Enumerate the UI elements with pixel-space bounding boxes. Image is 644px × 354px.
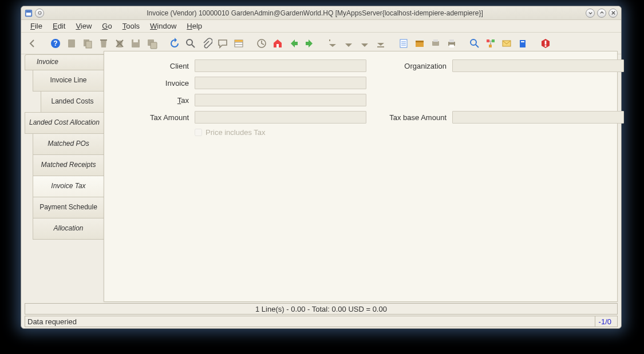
svg-rect-11 bbox=[100, 39, 107, 41]
copy-button[interactable] bbox=[81, 37, 94, 50]
svg-rect-50 bbox=[545, 41, 547, 45]
menu-file[interactable]: File bbox=[26, 21, 47, 31]
save-button[interactable] bbox=[129, 37, 143, 50]
svg-rect-41 bbox=[487, 39, 489, 42]
status-message: Data requeried bbox=[27, 317, 595, 326]
next-button[interactable] bbox=[358, 37, 372, 50]
svg-rect-26 bbox=[329, 39, 330, 41]
svg-line-19 bbox=[192, 45, 195, 47]
svg-rect-17 bbox=[151, 42, 157, 49]
tab-matched-pos[interactable]: Matched POs bbox=[33, 133, 104, 155]
field-organization[interactable] bbox=[452, 59, 624, 72]
svg-rect-27 bbox=[377, 46, 384, 47]
back-button[interactable] bbox=[287, 37, 301, 50]
status-record-count[interactable]: -1/0 bbox=[595, 316, 615, 327]
status-bar: Data requeried -1/0 bbox=[25, 316, 618, 327]
svg-rect-42 bbox=[492, 39, 495, 42]
tab-landed-costs[interactable]: Landed Costs bbox=[41, 91, 104, 113]
help-button[interactable]: ? bbox=[49, 37, 62, 50]
field-tax-amount[interactable] bbox=[195, 111, 366, 124]
tab-column: Invoice Invoice Line Landed Costs Landed… bbox=[25, 54, 104, 302]
svg-point-39 bbox=[471, 39, 476, 45]
svg-rect-15 bbox=[133, 39, 138, 42]
new-button[interactable] bbox=[65, 37, 78, 50]
svg-rect-38 bbox=[449, 45, 454, 47]
label-invoice: Invoice bbox=[114, 79, 189, 87]
menu-window[interactable]: Window bbox=[145, 21, 181, 31]
history-button[interactable] bbox=[255, 37, 268, 50]
row-price-includes-tax: Price includes Tax bbox=[195, 128, 624, 137]
menu-edit[interactable]: Edit bbox=[48, 21, 70, 31]
request-button[interactable] bbox=[500, 37, 513, 50]
last-button[interactable] bbox=[374, 37, 388, 50]
exit-button[interactable] bbox=[539, 37, 552, 50]
app-window: Invoice (Vendor) 10000010 GardenAdmin@Ga… bbox=[21, 6, 622, 329]
workflow-button[interactable] bbox=[484, 37, 497, 50]
attachment-button[interactable] bbox=[200, 37, 214, 50]
field-client[interactable] bbox=[195, 59, 366, 72]
menu-view[interactable]: View bbox=[71, 21, 96, 31]
svg-rect-33 bbox=[416, 41, 424, 42]
delete-button[interactable] bbox=[97, 37, 110, 50]
home-button[interactable] bbox=[271, 37, 285, 50]
archive-button[interactable] bbox=[413, 37, 426, 50]
svg-rect-2 bbox=[26, 10, 31, 13]
summary-bar: 1 Line(s) - 0.00 - Total: 0.00 USD = 0.0… bbox=[25, 303, 618, 315]
svg-rect-48 bbox=[521, 41, 524, 42]
label-price-includes-tax: Price includes Tax bbox=[206, 128, 266, 137]
label-organization: Organization bbox=[372, 62, 447, 70]
find-button[interactable] bbox=[184, 37, 197, 50]
save-new-button[interactable] bbox=[145, 37, 159, 50]
app-menu-icon[interactable] bbox=[25, 9, 33, 17]
tab-invoice-tax[interactable]: Invoice Tax bbox=[33, 176, 104, 197]
gridtoggle-button[interactable] bbox=[232, 37, 246, 50]
prev-button[interactable] bbox=[342, 37, 355, 50]
svg-text:?: ? bbox=[53, 39, 57, 47]
menu-tools[interactable]: Tools bbox=[118, 21, 144, 31]
tab-allocation[interactable]: Allocation bbox=[33, 218, 104, 240]
tab-payment-schedule[interactable]: Payment Schedule bbox=[33, 197, 104, 218]
tab-landed-cost-allocation[interactable]: Landed Cost Allocation bbox=[25, 112, 104, 134]
form-panel: Client Organization Invoice Tax Tax Amou… bbox=[104, 51, 618, 302]
svg-point-3 bbox=[38, 11, 41, 14]
refresh-button[interactable] bbox=[168, 37, 181, 50]
window-title: Invoice (Vendor) 10000010 GardenAdmin@Ga… bbox=[44, 9, 586, 17]
menu-help[interactable]: Help bbox=[182, 21, 207, 31]
titlebar: Invoice (Vendor) 10000010 GardenAdmin@Ga… bbox=[21, 6, 621, 20]
field-invoice[interactable] bbox=[195, 77, 366, 89]
field-tax-base-amount[interactable] bbox=[452, 111, 624, 124]
maximize-button[interactable] bbox=[597, 9, 606, 18]
menubar: File Edit View Go Tools Window Help bbox=[21, 20, 621, 33]
forward-button[interactable] bbox=[303, 37, 317, 50]
field-tax[interactable] bbox=[195, 94, 366, 106]
first-button[interactable] bbox=[326, 37, 339, 50]
print-preview-button[interactable] bbox=[429, 37, 442, 50]
minimize-button[interactable] bbox=[586, 9, 595, 18]
menu-go[interactable]: Go bbox=[97, 21, 116, 31]
window-pin-icon[interactable] bbox=[35, 9, 44, 18]
svg-rect-47 bbox=[520, 40, 526, 47]
label-tax-base-amount: Tax base Amount bbox=[372, 113, 447, 122]
print-button[interactable] bbox=[445, 37, 459, 50]
svg-rect-23 bbox=[235, 40, 243, 42]
label-tax-amount: Tax Amount bbox=[114, 113, 189, 122]
summary-text: 1 Line(s) - 0.00 - Total: 0.00 USD = 0.0… bbox=[255, 305, 387, 313]
close-button[interactable] bbox=[609, 9, 618, 18]
report-button[interactable] bbox=[397, 37, 410, 50]
label-tax: Tax bbox=[114, 96, 189, 105]
svg-rect-43 bbox=[489, 45, 492, 47]
svg-rect-25 bbox=[276, 44, 279, 47]
checkbox-price-includes-tax bbox=[195, 129, 202, 136]
svg-rect-34 bbox=[432, 41, 439, 46]
tab-matched-receipts[interactable]: Matched Receipts bbox=[33, 154, 104, 176]
tab-invoice[interactable]: Invoice bbox=[25, 54, 104, 70]
zoom-across-button[interactable] bbox=[468, 37, 481, 50]
product-info-button[interactable] bbox=[516, 37, 530, 50]
svg-rect-35 bbox=[433, 39, 438, 42]
svg-point-18 bbox=[187, 39, 192, 45]
svg-rect-37 bbox=[449, 39, 454, 42]
tab-invoice-line[interactable]: Invoice Line bbox=[33, 70, 104, 92]
chat-button[interactable] bbox=[216, 37, 230, 50]
undo-button[interactable] bbox=[26, 37, 39, 50]
delete-selected-button[interactable] bbox=[113, 37, 127, 50]
